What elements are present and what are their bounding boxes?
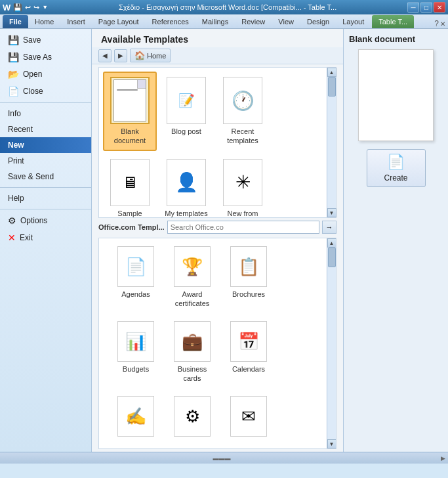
closedoc-icon: 📄	[8, 86, 19, 97]
online-scroll-up[interactable]: ▲	[327, 238, 336, 248]
online-scroll-thumb[interactable]	[328, 248, 336, 267]
title-bar-left: W 💾 ↩ ↪ ▼	[3, 3, 48, 12]
templates-scrollbar[interactable]: ▲ ▼	[327, 68, 336, 217]
quick-access-undo[interactable]: ↩	[25, 3, 31, 12]
template-newexisting[interactable]: ✳ New fromexisting	[216, 154, 270, 217]
main-panel: Available Templates ◀ ▶ 🏠 Home	[92, 29, 343, 452]
officecom-header: Office.com Templ... →	[92, 218, 343, 236]
online-brochures-thumb: 📋	[230, 246, 267, 287]
template-newexisting-label: New fromexisting	[227, 209, 258, 217]
sidebar-item-saveas[interactable]: 💾 Save As	[0, 49, 91, 66]
tab-mailings[interactable]: Mailings	[195, 15, 235, 28]
template-blog-label: Blog post	[171, 127, 201, 136]
sidebar-item-save[interactable]: 💾 Save	[0, 32, 91, 49]
sidebar-item-print[interactable]: Print	[0, 153, 91, 169]
template-recent[interactable]: 🕐 Recenttemplates	[216, 72, 270, 151]
scroll-up-arrow[interactable]: ▲	[327, 68, 336, 77]
sidebar-item-close[interactable]: 📄 Close	[0, 83, 91, 100]
home-icon: 🏠	[134, 51, 145, 60]
online-brochures[interactable]: 📋 Brochures	[221, 241, 276, 315]
template-sample[interactable]: 🖥 Sampletemplates	[103, 154, 157, 217]
tab-view[interactable]: View	[272, 15, 300, 28]
template-my-label: My templates	[165, 209, 207, 217]
online-agendas-label: Agendas	[121, 290, 150, 299]
saveas-icon: 💾	[8, 52, 19, 62]
title-bar-title: Σχέδιο - Εισαγωγή στην Microsoft Word.do…	[48, 3, 407, 11]
online-calendars[interactable]: 📅 Calendars	[221, 316, 276, 389]
template-blog[interactable]: 📝 Blog post	[159, 72, 213, 151]
sidebar-item-info[interactable]: Info	[0, 106, 91, 121]
sidebar-item-new[interactable]: New	[0, 137, 91, 153]
quick-access-redo[interactable]: ↪	[33, 3, 39, 12]
online-templates-grid: 📄 Agendas 🏆 Awardcertificates 📋	[106, 238, 320, 448]
nav-back-button[interactable]: ◀	[98, 49, 112, 62]
templates-grid: Blankdocument 📝 Blog post	[103, 72, 323, 217]
template-blank[interactable]: Blankdocument	[103, 72, 157, 151]
help-icon[interactable]: ?	[434, 19, 439, 28]
quick-access-more[interactable]: ▼	[42, 4, 48, 11]
template-recent-label: Recenttemplates	[227, 127, 258, 146]
templates-grid-area: Blankdocument 📝 Blog post	[99, 68, 327, 217]
preview-panel: Blank document 📄 Create	[343, 29, 448, 452]
tab-home[interactable]: Home	[28, 15, 60, 28]
create-icon: 📄	[387, 154, 405, 171]
template-newexisting-thumb: ✳	[223, 159, 262, 206]
tab-file[interactable]: File	[3, 15, 28, 28]
search-input[interactable]	[167, 221, 319, 234]
close-ribbon-icon[interactable]: ✕	[440, 20, 445, 28]
online-row3-col1[interactable]: ✍	[108, 391, 163, 446]
template-my[interactable]: 👤 My templates	[159, 154, 213, 217]
nav-forward-button[interactable]: ▶	[114, 49, 127, 62]
minimize-button[interactable]: ─	[407, 2, 419, 12]
tab-layout[interactable]: Layout	[336, 15, 371, 28]
quick-access-save[interactable]: 💾	[13, 3, 22, 12]
online-agendas[interactable]: 📄 Agendas	[108, 241, 163, 315]
online-row3-col2[interactable]: ⚙	[165, 391, 220, 446]
content-area: 💾 Save 💾 Save As 📂 Open 📄 Close Info Rec…	[0, 29, 448, 452]
online-row3col2-thumb: ⚙	[174, 396, 211, 437]
search-button[interactable]: →	[322, 221, 336, 234]
online-scroll-track	[327, 248, 336, 439]
maximize-button[interactable]: □	[420, 2, 432, 12]
tab-insert[interactable]: Insert	[60, 15, 92, 28]
sidebar-item-open[interactable]: 📂 Open	[0, 66, 91, 83]
status-center: ▬▬▬	[3, 455, 441, 462]
online-budgets-thumb: 📊	[117, 321, 154, 362]
scroll-thumb[interactable]	[328, 77, 336, 97]
create-button[interactable]: 📄 Create	[367, 149, 426, 187]
preview-box	[358, 49, 434, 141]
options-icon: ⚙	[8, 215, 16, 226]
online-agendas-thumb: 📄	[117, 246, 154, 287]
online-business-label: Businesscards	[178, 364, 207, 383]
sidebar-item-options[interactable]: ⚙ Options	[0, 212, 91, 229]
status-scrollbar: ▬▬▬	[213, 455, 231, 462]
online-calendars-thumb: 📅	[230, 321, 267, 362]
close-button[interactable]: ✕	[434, 2, 445, 12]
online-business[interactable]: 💼 Businesscards	[165, 316, 220, 389]
tab-design[interactable]: Design	[300, 15, 336, 28]
online-budgets[interactable]: 📊 Budgets	[108, 316, 163, 389]
online-business-thumb: 💼	[174, 321, 211, 362]
tab-references[interactable]: References	[146, 15, 195, 28]
online-scroll-down[interactable]: ▼	[327, 439, 336, 448]
tab-table-tools[interactable]: Table T...	[372, 15, 414, 28]
sidebar-divider-1	[0, 102, 91, 103]
template-sample-thumb: 🖥	[110, 159, 150, 206]
tab-review[interactable]: Review	[235, 15, 272, 28]
online-budgets-label: Budgets	[123, 364, 149, 374]
online-scrollbar[interactable]: ▲ ▼	[327, 238, 336, 448]
online-award[interactable]: 🏆 Awardcertificates	[165, 241, 220, 315]
home-button[interactable]: 🏠 Home	[130, 49, 171, 62]
sidebar: 💾 Save 💾 Save As 📂 Open 📄 Close Info Rec…	[0, 29, 92, 452]
sidebar-divider-3	[0, 209, 91, 209]
sidebar-item-exit[interactable]: ✕ Exit	[0, 229, 91, 246]
sidebar-item-savesend[interactable]: Save & Send	[0, 169, 91, 185]
ribbon-tabs: File Home Insert Page Layout References …	[0, 14, 448, 29]
tab-page-layout[interactable]: Page Layout	[92, 15, 146, 28]
sidebar-item-recent[interactable]: Recent	[0, 121, 91, 137]
sidebar-item-help[interactable]: Help	[0, 190, 91, 206]
online-row3-col3[interactable]: ✉	[221, 391, 276, 446]
available-templates-header: Available Templates	[92, 29, 343, 47]
preview-title: Blank document	[349, 34, 415, 44]
scroll-down-arrow[interactable]: ▼	[327, 208, 336, 217]
